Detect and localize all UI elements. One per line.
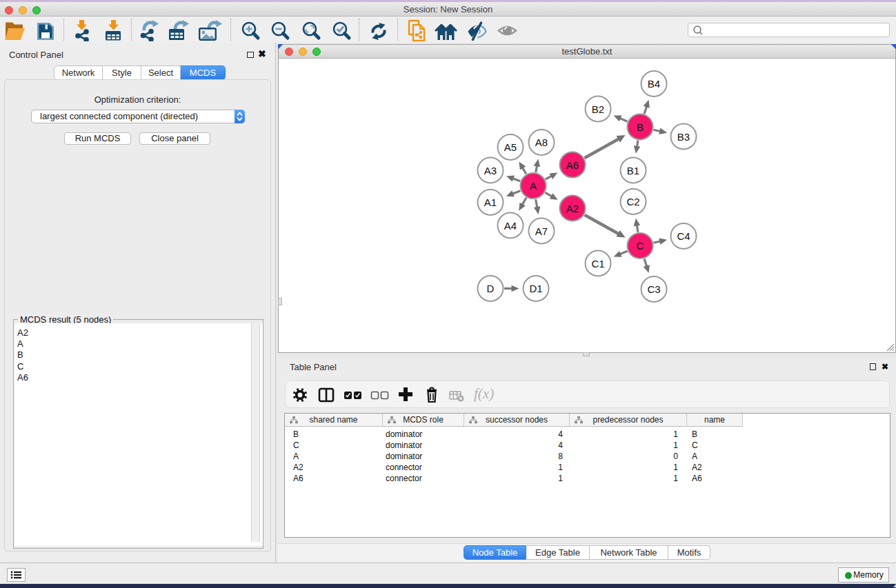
svg-text:C1: C1 — [591, 258, 604, 270]
svg-text:B1: B1 — [627, 165, 639, 176]
svg-text:C4: C4 — [677, 230, 690, 242]
svg-text:A1: A1 — [484, 196, 497, 208]
svg-text:A3: A3 — [484, 165, 497, 176]
svg-text:B: B — [637, 121, 644, 133]
svg-text:B4: B4 — [648, 78, 660, 90]
svg-text:A4: A4 — [504, 220, 517, 232]
svg-text:B2: B2 — [592, 103, 604, 115]
svg-text:A5: A5 — [504, 141, 517, 153]
svg-text:C2: C2 — [626, 196, 639, 207]
svg-text:A2: A2 — [566, 203, 579, 214]
svg-text:A6: A6 — [566, 159, 579, 171]
svg-text:B3: B3 — [677, 131, 690, 143]
svg-text:A: A — [530, 180, 537, 192]
svg-text:D: D — [487, 283, 495, 294]
svg-text:D1: D1 — [529, 283, 542, 294]
svg-text:A8: A8 — [535, 136, 548, 148]
svg-text:C3: C3 — [647, 283, 660, 295]
svg-text:A7: A7 — [535, 225, 548, 237]
svg-text:C: C — [637, 240, 644, 252]
